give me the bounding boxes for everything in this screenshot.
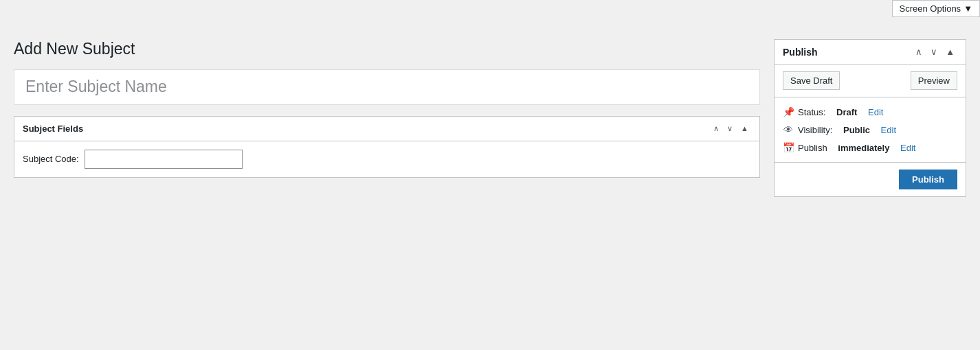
screen-options-button[interactable]: Screen Options ▼ [892,0,980,17]
screen-options-arrow: ▼ [964,3,972,14]
publish-time-edit-link[interactable]: Edit [900,143,915,153]
visibility-edit-link[interactable]: Edit [881,125,896,135]
subject-fields-body: Subject Code: [14,141,759,177]
visibility-value: Public [843,125,870,135]
subject-fields-collapse-toggle[interactable]: ▲ [738,124,751,134]
page-title: Add New Subject [14,39,760,60]
screen-options-label: Screen Options [900,3,961,14]
subject-fields-title: Subject Fields [23,124,83,134]
status-icon: 📌 [783,106,794,117]
subject-code-label: Subject Code: [23,154,79,164]
status-value: Draft [836,107,857,117]
status-label: Status: [798,107,825,117]
status-row: 📌 Status: Draft Edit [783,103,957,121]
publish-box-footer: Publish [775,163,966,196]
publish-ctrl-collapse[interactable]: ▲ [943,45,957,58]
visibility-label: Visibility: [798,125,832,135]
publish-time-label: Publish [798,143,827,153]
publish-button[interactable]: Publish [899,170,957,189]
subject-fields-controls: ∧ ∨ ▲ [711,124,751,134]
main-content: Add New Subject Subject Fields ∧ ∨ ▲ Sub… [14,39,760,197]
subject-code-row: Subject Code: [23,150,751,169]
subject-code-input[interactable] [85,150,243,169]
visibility-row: 👁 Visibility: Public Edit [783,121,957,139]
publish-box-meta: 📌 Status: Draft Edit 👁 Visibility: Publi… [775,97,966,163]
subject-fields-collapse-up[interactable]: ∧ [711,124,722,134]
subject-fields-header: Subject Fields ∧ ∨ ▲ [14,117,759,141]
subject-fields-box: Subject Fields ∧ ∨ ▲ Subject Code: [14,116,760,178]
publish-ctrl-up[interactable]: ∧ [913,45,925,58]
preview-button[interactable]: Preview [911,71,957,90]
status-edit-link[interactable]: Edit [868,107,883,117]
publish-box-header: Publish ∧ ∨ ▲ [775,40,966,65]
save-draft-button[interactable]: Save Draft [783,71,840,90]
visibility-icon: 👁 [783,124,794,135]
publish-box-actions: Save Draft Preview [775,65,966,97]
publish-time-value: immediately [838,143,889,153]
calendar-icon: 📅 [783,142,794,153]
publish-time-row: 📅 Publish immediately Edit [783,139,957,156]
subject-name-input[interactable] [14,69,760,105]
publish-ctrl-down[interactable]: ∨ [928,45,940,58]
publish-box-title: Publish [783,47,818,58]
subject-fields-collapse-down[interactable]: ∨ [724,124,735,134]
sidebar: Publish ∧ ∨ ▲ Save Draft Preview 📌 Statu… [774,39,966,197]
publish-box: Publish ∧ ∨ ▲ Save Draft Preview 📌 Statu… [774,39,966,197]
publish-header-controls: ∧ ∨ ▲ [913,45,957,58]
